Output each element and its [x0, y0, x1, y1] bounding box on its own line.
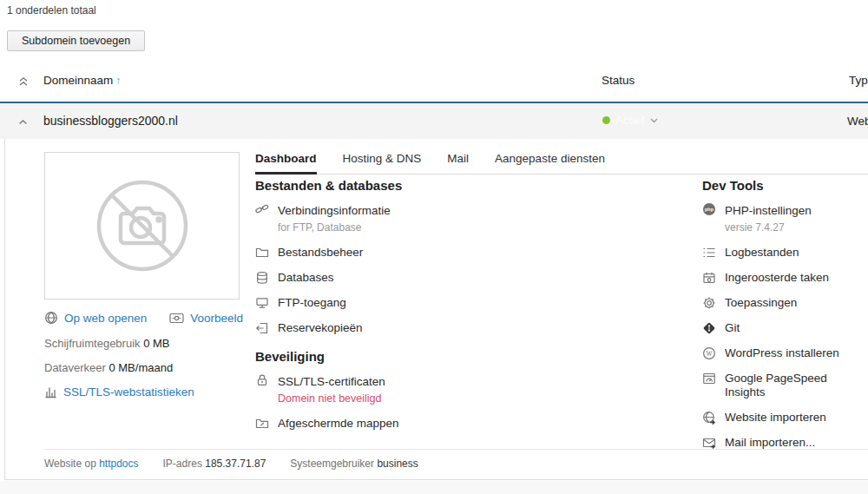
- status-dropdown[interactable]: Actief: [602, 114, 658, 127]
- pagespeed-icon: [702, 372, 716, 399]
- databases-item[interactable]: Databases: [255, 271, 628, 285]
- wordpress-install-item[interactable]: W WordPress installeren: [702, 346, 868, 360]
- tab-hosting-dns[interactable]: Hosting & DNS: [343, 148, 422, 175]
- scheduled-tasks-icon: [702, 271, 716, 285]
- wordpress-install-label: WordPress installeren: [725, 346, 839, 360]
- backups-label: Reservekopieën: [278, 321, 363, 335]
- site-preview-placeholder: [44, 152, 240, 300]
- svg-text:php: php: [705, 207, 714, 212]
- file-manager-item[interactable]: Bestandsbeheer: [255, 246, 628, 260]
- disk-usage-value: 0 MB: [143, 337, 169, 350]
- disk-usage-stat: Schijfruimtegebruik 0 MB: [44, 337, 170, 350]
- php-version-sub: versie 7.4.27: [725, 221, 812, 234]
- domain-dashboard-panel: Op web openen Voorbeeld Schijfruimtegebr…: [4, 139, 868, 480]
- connection-info-item[interactable]: Verbindingsinformatie for FTP, Database: [255, 202, 628, 234]
- import-website-item[interactable]: Website importeren: [702, 411, 868, 425]
- panel-footer: Website op httpdocs IP-adres 185.37.71.8…: [44, 449, 868, 470]
- traffic-value: 0 MB/maand: [108, 361, 173, 374]
- log-files-label: Logbestanden: [725, 246, 799, 260]
- backups-item[interactable]: Reservekopieën: [255, 321, 628, 335]
- traffic-label: Dataverkeer: [44, 361, 106, 374]
- quick-links: Op web openen Voorbeeld: [44, 311, 243, 325]
- page-background-strip: [0, 481, 868, 494]
- column-header-type: Type: [849, 74, 868, 87]
- preview-link[interactable]: Voorbeeld: [169, 311, 243, 325]
- import-mail-item[interactable]: Mail importeren...: [702, 436, 868, 450]
- ssl-lock-icon: [255, 373, 269, 405]
- sort-ascending-icon: ↑: [115, 75, 121, 87]
- eye-icon: [169, 312, 184, 325]
- connection-icon: [255, 202, 269, 234]
- import-website-icon: [702, 411, 716, 425]
- git-item[interactable]: Git: [702, 321, 868, 335]
- tab-mail[interactable]: Mail: [447, 148, 469, 175]
- open-on-web-label: Op web openen: [64, 312, 147, 325]
- system-user-info: Systeemgebruiker business: [290, 458, 418, 470]
- databases-label: Databases: [278, 271, 334, 285]
- status-active-dot-icon: [602, 116, 610, 124]
- files-databases-column: Bestanden & databases Verbindingsinforma…: [255, 178, 628, 442]
- chevron-down-icon: [650, 118, 658, 123]
- connection-info-label: Verbindingsinformatie: [278, 204, 391, 217]
- disk-usage-label: Schijfruimtegebruik: [44, 337, 141, 350]
- preview-label: Voorbeeld: [190, 312, 243, 325]
- domain-type-label: Web: [847, 115, 868, 128]
- open-on-web-link[interactable]: Op web openen: [44, 311, 147, 325]
- ip-address-label: IP-adres: [163, 458, 202, 470]
- section-title-files: Bestanden & databases: [255, 178, 628, 194]
- git-icon: [702, 321, 716, 335]
- add-subdomain-button[interactable]: Subdomein toevoegen: [7, 30, 145, 51]
- section-title-security: Beveiliging: [255, 349, 628, 365]
- panel-tabs: Dashboard Hosting & DNS Mail Aangepaste …: [255, 148, 868, 175]
- web-statistics-link[interactable]: SSL/TLS-webstatistieken: [44, 385, 194, 398]
- connection-info-sub: for FTP, Database: [278, 221, 391, 234]
- collapse-row-icon[interactable]: [17, 116, 29, 128]
- ip-address-info: IP-adres 185.37.71.87: [163, 458, 266, 470]
- php-settings-item[interactable]: php PHP-instellingen versie 7.4.27: [702, 202, 868, 234]
- no-screenshot-camera-icon: [89, 173, 195, 279]
- import-mail-label: Mail importeren...: [725, 436, 815, 450]
- scheduled-tasks-label: Ingeroosterde taken: [725, 271, 829, 285]
- domain-name-link[interactable]: businessbloggers2000.nl: [43, 114, 178, 128]
- ssl-not-secured-warning: Domein niet beveiligd: [278, 392, 385, 405]
- ssl-certificates-item[interactable]: SSL/TLS-certificaten Domein niet beveili…: [255, 373, 628, 405]
- bar-chart-icon: [44, 385, 57, 398]
- database-icon: [255, 271, 269, 285]
- import-mail-icon: [702, 436, 716, 450]
- tab-custom-services[interactable]: Aangepaste diensten: [495, 148, 605, 175]
- wordpress-icon: W: [702, 346, 716, 360]
- ip-address-value: 185.37.71.87: [205, 458, 266, 470]
- git-label: Git: [725, 321, 740, 335]
- scheduled-tasks-item[interactable]: Ingeroosterde taken: [702, 271, 868, 285]
- system-user-label: Systeemgebruiker: [290, 458, 374, 470]
- protected-directories-item[interactable]: Afgeschermde mappen: [255, 417, 628, 431]
- system-user-value: business: [377, 458, 418, 470]
- applications-label: Toepassingen: [725, 296, 797, 310]
- httpdocs-link[interactable]: httpdocs: [99, 458, 138, 470]
- column-header-domain[interactable]: Domeinnaam↑: [43, 74, 121, 87]
- protected-folder-icon: [255, 417, 269, 431]
- web-statistics-label: SSL/TLS-webstatistieken: [63, 385, 194, 398]
- folder-icon: [255, 246, 269, 260]
- php-settings-label: PHP-instellingen: [725, 204, 812, 217]
- svg-text:W: W: [706, 350, 713, 358]
- backup-icon: [255, 321, 269, 335]
- log-icon: [702, 246, 716, 260]
- pagespeed-item[interactable]: Google PageSpeed Insights: [702, 372, 868, 399]
- domain-row: businessbloggers2000.nl Actief Web: [0, 102, 868, 139]
- collapse-all-icon[interactable]: [17, 76, 30, 88]
- pagespeed-label: Google PageSpeed Insights: [725, 372, 868, 399]
- file-manager-label: Bestandsbeheer: [278, 246, 363, 260]
- tab-dashboard[interactable]: Dashboard: [255, 148, 317, 175]
- traffic-stat: Dataverkeer 0 MB/maand: [44, 361, 173, 374]
- ftp-icon: [255, 296, 269, 310]
- website-root-label: Website op: [44, 458, 96, 470]
- applications-item[interactable]: Toepassingen: [702, 296, 868, 310]
- protected-directories-label: Afgeschermde mappen: [278, 417, 399, 431]
- status-label: Actief: [615, 114, 645, 127]
- column-header-status: Status: [602, 74, 635, 87]
- gear-icon: [702, 296, 716, 310]
- ftp-access-item[interactable]: FTP-toegang: [255, 296, 628, 310]
- log-files-item[interactable]: Logbestanden: [702, 246, 868, 260]
- ftp-access-label: FTP-toegang: [278, 296, 346, 310]
